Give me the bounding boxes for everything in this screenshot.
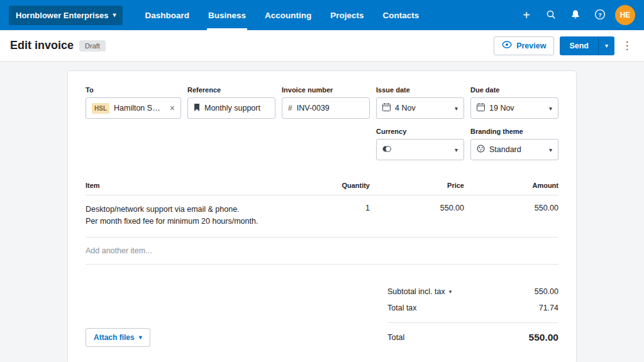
issue-date-value: 4 Nov — [395, 104, 450, 112]
item-description: Desktop/network support via email & phon… — [86, 204, 301, 228]
chevron-down-icon: ▾ — [139, 334, 142, 341]
table-header-row: Item Quantity Price Amount — [86, 182, 558, 195]
chevron-down-icon: ▾ — [605, 42, 608, 49]
item-amount: 550.00 — [464, 204, 558, 228]
chevron-down-icon: ▾ — [113, 12, 116, 18]
subtotal-dropdown[interactable]: Subtotal incl. tax ▾ — [387, 287, 452, 296]
branding-theme-value: Standard — [489, 145, 545, 154]
card-bottom-section: Attach files ▾ Subtotal incl. tax ▾ 550.… — [86, 283, 558, 347]
invoice-card: To HSL Hamilton Smith Ltd × Reference Mo… — [67, 70, 577, 362]
total-value: 550.00 — [529, 332, 558, 343]
top-navigation-bar: Hornblower Enterprises ▾ Dashboard Busin… — [0, 0, 644, 30]
bell-icon — [570, 9, 580, 21]
eye-icon — [502, 41, 512, 50]
currency-select[interactable]: ▾ — [376, 139, 464, 160]
user-avatar[interactable]: HE — [615, 5, 635, 25]
preview-button[interactable]: Preview — [494, 36, 554, 55]
attach-files-label: Attach files — [94, 333, 135, 342]
currency-label: Currency — [376, 128, 464, 135]
chevron-down-icon: ▾ — [549, 105, 552, 112]
due-date-label: Due date — [470, 86, 558, 94]
item-price: 550.00 — [370, 204, 464, 228]
contact-field[interactable]: HSL Hamilton Smith Ltd × — [86, 97, 181, 119]
line-items-table: Item Quantity Price Amount Desktop/netwo… — [86, 182, 558, 265]
branding-theme-label: Branding theme — [470, 128, 558, 135]
contact-initials-badge: HSL — [92, 103, 109, 114]
search-button[interactable] — [541, 6, 560, 25]
org-switcher-button[interactable]: Hornblower Enterprises ▾ — [9, 6, 123, 25]
due-date-picker[interactable]: 19 Nov ▾ — [470, 97, 558, 119]
reference-field-group: Reference Monthly support — [187, 86, 275, 119]
issue-date-field-group: Issue date 4 Nov ▾ — [376, 86, 464, 119]
invoice-fields-row-1: To HSL Hamilton Smith Ltd × Reference Mo… — [86, 86, 558, 119]
main-nav: Dashboard Business Accounting Projects C… — [135, 0, 428, 30]
send-split-button: Send ▾ — [560, 36, 614, 55]
issue-date-label: Issue date — [376, 86, 464, 94]
total-tax-label: Total tax — [387, 304, 417, 312]
issue-date-picker[interactable]: 4 Nov ▾ — [376, 97, 464, 119]
hash-icon: # — [288, 104, 292, 112]
table-row[interactable]: Desktop/network support via email & phon… — [86, 195, 558, 238]
invoice-number-value: INV-0039 — [297, 104, 364, 112]
bookmark-icon — [194, 104, 200, 113]
preview-label: Preview — [516, 41, 546, 50]
send-options-button[interactable]: ▾ — [598, 36, 614, 55]
attach-files-button[interactable]: Attach files ▾ — [86, 328, 150, 347]
due-date-value: 19 Nov — [489, 104, 545, 112]
nav-accounting[interactable]: Accounting — [255, 0, 321, 30]
chevron-down-icon: ▾ — [549, 146, 552, 153]
svg-text:?: ? — [598, 11, 602, 18]
header-actions: Preview Send ▾ ⋮ — [494, 36, 634, 55]
send-button[interactable]: Send — [560, 36, 598, 55]
chevron-down-icon: ▾ — [449, 288, 452, 295]
chevron-down-icon: ▾ — [455, 105, 458, 112]
currency-field-group: Currency ▾ — [376, 128, 464, 160]
column-header-quantity: Quantity — [301, 182, 370, 189]
column-header-price: Price — [370, 182, 464, 189]
more-options-button[interactable]: ⋮ — [620, 39, 634, 52]
nav-dashboard[interactable]: Dashboard — [135, 0, 199, 30]
branding-theme-select[interactable]: Standard ▾ — [470, 139, 558, 160]
calendar-icon — [477, 103, 485, 113]
total-tax-value: 71.74 — [539, 304, 558, 312]
status-badge: Draft — [79, 40, 106, 52]
to-field-group: To HSL Hamilton Smith Ltd × — [86, 86, 181, 119]
subtotal-label: Subtotal incl. tax — [387, 287, 445, 296]
column-header-item: Item — [86, 182, 301, 189]
notifications-button[interactable] — [566, 6, 585, 25]
nav-projects[interactable]: Projects — [321, 0, 373, 30]
totals-block: Subtotal incl. tax ▾ 550.00 Total tax 71… — [387, 283, 558, 347]
nav-business[interactable]: Business — [199, 0, 255, 30]
search-icon — [546, 9, 556, 21]
page-header: Edit invoice Draft Preview Send ▾ ⋮ — [0, 30, 644, 62]
invoice-number-input[interactable]: # INV-0039 — [282, 97, 370, 119]
plus-icon: + — [523, 9, 530, 21]
reference-value: Monthly support — [204, 104, 269, 112]
palette-icon — [477, 145, 485, 155]
total-tax-row: Total tax 71.74 — [387, 300, 558, 316]
coin-icon — [382, 145, 391, 155]
column-header-amount: Amount — [464, 182, 558, 189]
to-label: To — [86, 86, 181, 94]
calendar-icon — [382, 103, 391, 113]
create-new-button[interactable]: + — [517, 6, 536, 25]
nav-contacts[interactable]: Contacts — [373, 0, 428, 30]
help-icon: ? — [594, 9, 606, 22]
item-description-line-1: Desktop/network support via email & phon… — [86, 204, 301, 216]
org-name: Hornblower Enterprises — [16, 11, 108, 20]
subtotal-row: Subtotal incl. tax ▾ 550.00 — [387, 283, 558, 300]
page-title: Edit invoice — [10, 39, 74, 52]
contact-name: Hamilton Smith Ltd — [114, 104, 165, 112]
kebab-icon: ⋮ — [622, 40, 633, 52]
invoice-number-label: Invoice number — [282, 86, 370, 94]
topbar-actions: + ? HE — [517, 5, 635, 25]
invoice-fields-row-2: Currency ▾ Branding theme Standard ▾ — [376, 128, 558, 160]
item-description-line-2: Per month fixed fee for minimum 20 hours… — [86, 216, 301, 228]
grand-total-row: Total 550.00 — [387, 322, 558, 347]
help-button[interactable]: ? — [591, 6, 609, 25]
reference-input[interactable]: Monthly support — [187, 97, 275, 119]
subtotal-value: 550.00 — [535, 287, 558, 296]
close-icon[interactable]: × — [170, 104, 175, 112]
reference-label: Reference — [187, 86, 275, 94]
add-item-field[interactable]: Add another item... — [86, 238, 558, 265]
